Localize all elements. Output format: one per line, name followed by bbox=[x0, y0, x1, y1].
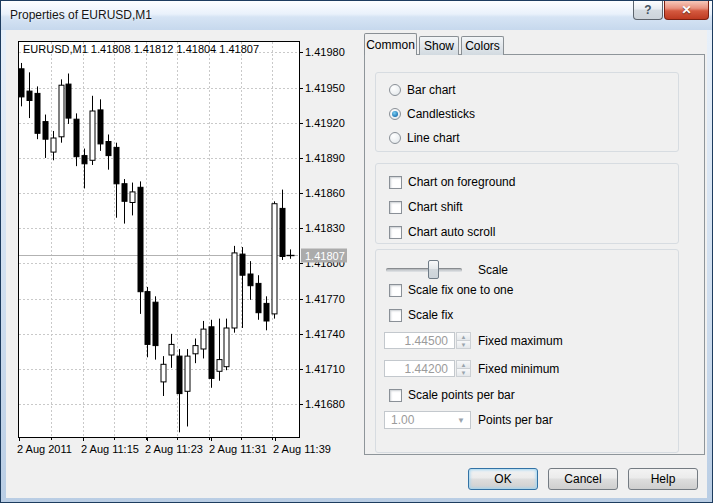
scale-slider-label: Scale bbox=[478, 263, 508, 277]
fixed-minimum-spinner: ▲ ▼ bbox=[456, 360, 471, 377]
fixed-maximum-label: Fixed maximum bbox=[478, 334, 563, 348]
checkbox-label: Scale points per bar bbox=[408, 388, 515, 402]
checkbox-label: Chart shift bbox=[408, 200, 463, 214]
ok-button-label: OK bbox=[494, 472, 511, 486]
radio-label: Bar chart bbox=[407, 83, 456, 97]
fixed-minimum-value: 1.44200 bbox=[405, 362, 448, 376]
close-icon: ✕ bbox=[681, 3, 691, 17]
radio-candlesticks[interactable]: Candlesticks bbox=[389, 107, 475, 121]
radio-icon bbox=[389, 108, 401, 120]
spin-up-icon: ▲ bbox=[456, 360, 471, 369]
checkbox-chart-auto-scroll[interactable]: Chart auto scroll bbox=[389, 225, 495, 239]
checkbox-chart-on-foreground[interactable]: Chart on foreground bbox=[389, 175, 515, 189]
points-per-bar-label: Points per bar bbox=[478, 413, 553, 427]
tab-show[interactable]: Show bbox=[419, 36, 459, 55]
close-button[interactable]: ✕ bbox=[664, 1, 709, 20]
radio-label: Candlesticks bbox=[407, 107, 475, 121]
checkbox-scale-points-per-bar[interactable]: Scale points per bar bbox=[389, 388, 515, 402]
ok-button[interactable]: OK bbox=[468, 468, 538, 490]
window-title: Properties of EURUSD,M1 bbox=[10, 8, 152, 22]
radio-icon bbox=[389, 132, 401, 144]
help-button-footer[interactable]: Help bbox=[628, 468, 698, 490]
fixed-minimum-label: Fixed minimum bbox=[478, 362, 559, 376]
tab-label: Show bbox=[424, 39, 454, 53]
checkbox-icon bbox=[389, 309, 402, 322]
help-button-label: Help bbox=[651, 472, 676, 486]
checkbox-label: Chart auto scroll bbox=[408, 225, 495, 239]
fixed-minimum-input: 1.44200 bbox=[384, 360, 455, 377]
cancel-button[interactable]: Cancel bbox=[548, 468, 618, 490]
checkbox-chart-shift[interactable]: Chart shift bbox=[389, 200, 463, 214]
scale-slider[interactable] bbox=[386, 268, 462, 272]
scale-slider-thumb[interactable] bbox=[428, 260, 439, 279]
radio-line-chart[interactable]: Line chart bbox=[389, 131, 460, 145]
fixed-maximum-spinner: ▲ ▼ bbox=[456, 332, 471, 349]
points-per-bar-value: 1.00 bbox=[391, 413, 414, 427]
checkbox-icon bbox=[389, 284, 402, 297]
checkbox-scale-fix[interactable]: Scale fix bbox=[389, 308, 453, 322]
tab-label: Common bbox=[366, 38, 415, 52]
question-icon: ? bbox=[644, 3, 651, 17]
tab-colors[interactable]: Colors bbox=[461, 36, 504, 55]
spin-down-icon: ▼ bbox=[456, 369, 471, 377]
radio-bar-chart[interactable]: Bar chart bbox=[389, 83, 456, 97]
properties-dialog-window: Properties of EURUSD,M1 ? ✕ 1.419801.419… bbox=[0, 0, 713, 503]
checkbox-icon bbox=[389, 226, 402, 239]
help-button[interactable]: ? bbox=[633, 1, 663, 20]
spin-down-icon: ▼ bbox=[456, 341, 471, 349]
tab-common[interactable]: Common bbox=[364, 33, 417, 55]
checkbox-label: Chart on foreground bbox=[408, 175, 515, 189]
checkbox-label: Scale fix bbox=[408, 308, 453, 322]
checkbox-icon bbox=[389, 176, 402, 189]
checkbox-icon bbox=[389, 389, 402, 402]
points-per-bar-dropdown: 1.00 ▼ bbox=[384, 411, 471, 429]
titlebar[interactable]: Properties of EURUSD,M1 bbox=[1, 1, 712, 30]
chevron-down-icon: ▼ bbox=[457, 416, 465, 425]
cancel-button-label: Cancel bbox=[564, 472, 601, 486]
checkbox-scale-fix-one-to-one[interactable]: Scale fix one to one bbox=[389, 283, 513, 297]
checkbox-label: Scale fix one to one bbox=[408, 283, 513, 297]
spin-up-icon: ▲ bbox=[456, 332, 471, 341]
tab-label: Colors bbox=[465, 39, 500, 53]
fixed-maximum-value: 1.44500 bbox=[405, 334, 448, 348]
fixed-maximum-input: 1.44500 bbox=[384, 332, 455, 349]
radio-icon bbox=[389, 84, 401, 96]
checkbox-icon bbox=[389, 201, 402, 214]
radio-label: Line chart bbox=[407, 131, 460, 145]
